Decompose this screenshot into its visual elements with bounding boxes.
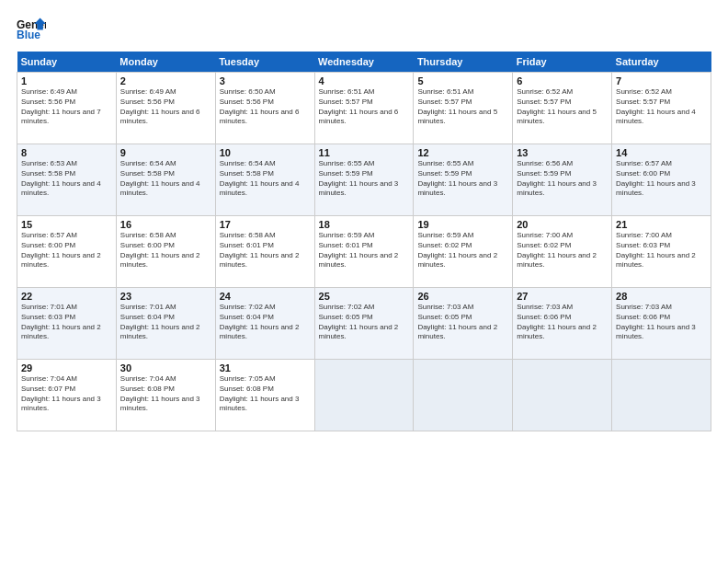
calendar-cell: 4Sunrise: 6:51 AMSunset: 5:57 PMDaylight… xyxy=(314,73,414,144)
calendar-cell: 9Sunrise: 6:54 AMSunset: 5:58 PMDaylight… xyxy=(116,144,215,216)
day-info: Sunrise: 6:58 AMSunset: 6:01 PMDaylight:… xyxy=(220,231,311,270)
calendar-table: SundayMondayTuesdayWednesdayThursdayFrid… xyxy=(17,52,711,431)
svg-text:Blue: Blue xyxy=(17,29,40,41)
calendar-cell: 20Sunrise: 7:00 AMSunset: 6:02 PMDayligh… xyxy=(513,216,612,288)
day-number: 20 xyxy=(517,219,608,230)
calendar-cell: 31Sunrise: 7:05 AMSunset: 6:08 PMDayligh… xyxy=(215,360,314,431)
calendar-cell xyxy=(414,360,513,431)
day-number: 31 xyxy=(220,362,311,373)
day-info: Sunrise: 7:03 AMSunset: 6:06 PMDaylight:… xyxy=(517,303,608,342)
day-info: Sunrise: 6:54 AMSunset: 5:58 PMDaylight:… xyxy=(120,159,211,199)
day-info: Sunrise: 7:02 AMSunset: 6:04 PMDaylight:… xyxy=(220,303,311,342)
calendar-cell: 1Sunrise: 6:49 AMSunset: 5:56 PMDaylight… xyxy=(17,73,117,144)
day-number: 13 xyxy=(517,147,608,158)
calendar-cell: 26Sunrise: 7:03 AMSunset: 6:05 PMDayligh… xyxy=(414,288,513,360)
day-info: Sunrise: 7:00 AMSunset: 6:02 PMDaylight:… xyxy=(517,231,608,270)
day-info: Sunrise: 7:03 AMSunset: 6:05 PMDaylight:… xyxy=(417,303,508,342)
calendar-cell: 16Sunrise: 6:58 AMSunset: 6:00 PMDayligh… xyxy=(116,216,215,288)
day-number: 16 xyxy=(120,219,211,230)
day-number: 9 xyxy=(120,147,211,158)
calendar-cell xyxy=(314,360,414,431)
day-number: 6 xyxy=(517,75,608,86)
weekday-header-monday: Monday xyxy=(116,52,215,73)
calendar-cell: 21Sunrise: 7:00 AMSunset: 6:03 PMDayligh… xyxy=(612,216,711,288)
day-number: 19 xyxy=(417,219,508,230)
day-info: Sunrise: 7:00 AMSunset: 6:03 PMDaylight:… xyxy=(616,231,707,270)
day-number: 8 xyxy=(21,147,112,158)
day-number: 2 xyxy=(120,75,211,86)
day-info: Sunrise: 6:57 AMSunset: 6:00 PMDaylight:… xyxy=(21,231,112,270)
weekday-header-saturday: Saturday xyxy=(612,52,711,73)
day-number: 25 xyxy=(319,291,410,302)
day-number: 12 xyxy=(417,147,508,158)
day-info: Sunrise: 7:04 AMSunset: 6:07 PMDaylight:… xyxy=(21,374,112,414)
day-number: 29 xyxy=(21,362,112,373)
day-number: 10 xyxy=(220,147,311,158)
day-number: 3 xyxy=(220,75,311,86)
weekday-header-friday: Friday xyxy=(513,52,612,73)
day-number: 30 xyxy=(120,362,211,373)
day-info: Sunrise: 6:49 AMSunset: 5:56 PMDaylight:… xyxy=(120,87,211,127)
day-info: Sunrise: 7:05 AMSunset: 6:08 PMDaylight:… xyxy=(220,374,311,414)
weekday-header-wednesday: Wednesday xyxy=(314,52,414,73)
day-number: 17 xyxy=(220,219,311,230)
calendar-cell: 30Sunrise: 7:04 AMSunset: 6:08 PMDayligh… xyxy=(116,360,215,431)
day-info: Sunrise: 6:50 AMSunset: 5:56 PMDaylight:… xyxy=(220,87,311,127)
page-header: General Blue xyxy=(17,17,711,42)
day-info: Sunrise: 6:49 AMSunset: 5:56 PMDaylight:… xyxy=(21,87,112,127)
calendar-cell: 25Sunrise: 7:02 AMSunset: 6:05 PMDayligh… xyxy=(314,288,414,360)
calendar-cell: 24Sunrise: 7:02 AMSunset: 6:04 PMDayligh… xyxy=(215,288,314,360)
day-number: 5 xyxy=(417,75,508,86)
day-number: 4 xyxy=(319,75,410,86)
calendar-cell: 6Sunrise: 6:52 AMSunset: 5:57 PMDaylight… xyxy=(513,73,612,144)
day-number: 15 xyxy=(21,219,112,230)
day-info: Sunrise: 6:58 AMSunset: 6:00 PMDaylight:… xyxy=(120,231,211,270)
day-info: Sunrise: 6:57 AMSunset: 6:00 PMDaylight:… xyxy=(616,159,707,199)
weekday-header-thursday: Thursday xyxy=(414,52,513,73)
day-info: Sunrise: 6:56 AMSunset: 5:59 PMDaylight:… xyxy=(517,159,608,199)
day-number: 26 xyxy=(417,291,508,302)
day-info: Sunrise: 7:02 AMSunset: 6:05 PMDaylight:… xyxy=(319,303,410,342)
calendar-cell: 8Sunrise: 6:53 AMSunset: 5:58 PMDaylight… xyxy=(17,144,117,216)
calendar-cell: 2Sunrise: 6:49 AMSunset: 5:56 PMDaylight… xyxy=(116,73,215,144)
day-number: 22 xyxy=(21,291,112,302)
day-info: Sunrise: 6:55 AMSunset: 5:59 PMDaylight:… xyxy=(417,159,508,199)
calendar-cell: 5Sunrise: 6:51 AMSunset: 5:57 PMDaylight… xyxy=(414,73,513,144)
day-info: Sunrise: 6:53 AMSunset: 5:58 PMDaylight:… xyxy=(21,159,112,199)
weekday-header-tuesday: Tuesday xyxy=(215,52,314,73)
logo-icon: General Blue xyxy=(17,17,46,42)
day-number: 24 xyxy=(220,291,311,302)
calendar-cell: 14Sunrise: 6:57 AMSunset: 6:00 PMDayligh… xyxy=(612,144,711,216)
calendar-cell: 27Sunrise: 7:03 AMSunset: 6:06 PMDayligh… xyxy=(513,288,612,360)
day-number: 28 xyxy=(616,291,707,302)
day-info: Sunrise: 7:01 AMSunset: 6:04 PMDaylight:… xyxy=(120,303,211,342)
weekday-header-sunday: Sunday xyxy=(17,52,117,73)
day-number: 21 xyxy=(616,219,707,230)
day-info: Sunrise: 6:51 AMSunset: 5:57 PMDaylight:… xyxy=(319,87,410,127)
calendar-cell: 15Sunrise: 6:57 AMSunset: 6:00 PMDayligh… xyxy=(17,216,117,288)
calendar-cell: 13Sunrise: 6:56 AMSunset: 5:59 PMDayligh… xyxy=(513,144,612,216)
calendar-cell: 3Sunrise: 6:50 AMSunset: 5:56 PMDaylight… xyxy=(215,73,314,144)
day-info: Sunrise: 6:55 AMSunset: 5:59 PMDaylight:… xyxy=(319,159,410,199)
calendar-cell: 7Sunrise: 6:52 AMSunset: 5:57 PMDaylight… xyxy=(612,73,711,144)
calendar-cell xyxy=(513,360,612,431)
calendar-cell: 22Sunrise: 7:01 AMSunset: 6:03 PMDayligh… xyxy=(17,288,117,360)
day-info: Sunrise: 6:59 AMSunset: 6:01 PMDaylight:… xyxy=(319,231,410,270)
calendar-cell: 19Sunrise: 6:59 AMSunset: 6:02 PMDayligh… xyxy=(414,216,513,288)
calendar-cell: 12Sunrise: 6:55 AMSunset: 5:59 PMDayligh… xyxy=(414,144,513,216)
calendar-cell: 29Sunrise: 7:04 AMSunset: 6:07 PMDayligh… xyxy=(17,360,117,431)
calendar-cell: 23Sunrise: 7:01 AMSunset: 6:04 PMDayligh… xyxy=(116,288,215,360)
calendar-cell: 11Sunrise: 6:55 AMSunset: 5:59 PMDayligh… xyxy=(314,144,414,216)
day-info: Sunrise: 6:59 AMSunset: 6:02 PMDaylight:… xyxy=(417,231,508,270)
calendar-page: General Blue SundayMondayTuesdayWednesda… xyxy=(0,0,728,563)
day-info: Sunrise: 6:52 AMSunset: 5:57 PMDaylight:… xyxy=(517,87,608,127)
day-info: Sunrise: 6:52 AMSunset: 5:57 PMDaylight:… xyxy=(616,87,707,127)
calendar-cell: 28Sunrise: 7:03 AMSunset: 6:06 PMDayligh… xyxy=(612,288,711,360)
day-info: Sunrise: 7:04 AMSunset: 6:08 PMDaylight:… xyxy=(120,374,211,414)
calendar-cell: 18Sunrise: 6:59 AMSunset: 6:01 PMDayligh… xyxy=(314,216,414,288)
day-number: 14 xyxy=(616,147,707,158)
calendar-cell: 17Sunrise: 6:58 AMSunset: 6:01 PMDayligh… xyxy=(215,216,314,288)
logo: General Blue xyxy=(17,17,48,42)
calendar-cell: 10Sunrise: 6:54 AMSunset: 5:58 PMDayligh… xyxy=(215,144,314,216)
day-info: Sunrise: 7:03 AMSunset: 6:06 PMDaylight:… xyxy=(616,303,707,342)
